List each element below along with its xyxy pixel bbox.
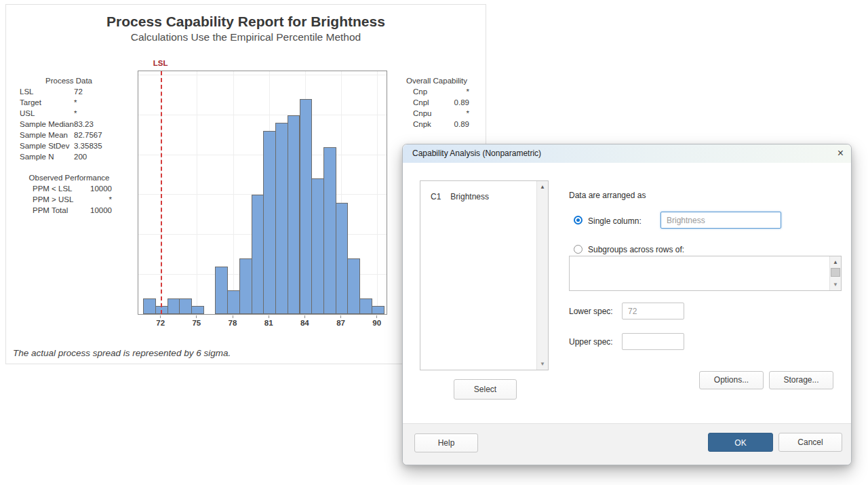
lower-spec-label: Lower spec: bbox=[569, 307, 613, 316]
stat-label: Sample Mean bbox=[20, 131, 68, 139]
overall-capability-title: Overall Capability bbox=[404, 75, 469, 86]
app-window: Process Capability Report for Brightness… bbox=[0, 0, 868, 485]
histogram-bar bbox=[143, 298, 156, 314]
stat-value: * bbox=[467, 86, 469, 97]
stat-row: Cnpk0.89 bbox=[404, 119, 469, 130]
stat-row: Cnpu* bbox=[404, 108, 469, 119]
process-data-panel: Process Data LSL72 Target* USL* Sample M… bbox=[20, 75, 118, 162]
stat-row: Target* bbox=[20, 97, 118, 108]
subgroups-label: Subgroups across rows of: bbox=[588, 245, 684, 254]
single-column-radio[interactable] bbox=[574, 216, 583, 225]
x-tick-mark bbox=[160, 315, 161, 318]
help-button[interactable]: Help bbox=[414, 433, 478, 452]
lower-spec-input[interactable] bbox=[622, 303, 684, 319]
observed-performance-title: Observed Performance bbox=[26, 172, 112, 183]
histogram-bar bbox=[227, 290, 240, 314]
ok-button[interactable]: OK bbox=[708, 433, 773, 452]
stat-row: PPM Total10000 bbox=[26, 205, 112, 216]
stat-label: Cnpl bbox=[413, 98, 429, 106]
storage-button[interactable]: Storage... bbox=[769, 371, 833, 389]
scrollbar-thumb[interactable] bbox=[831, 268, 840, 277]
report-title: Process Capability Report for Brightness bbox=[6, 14, 486, 30]
x-tick-mark bbox=[269, 315, 269, 318]
stat-label: Sample StDev bbox=[20, 142, 70, 150]
listbox-scrollbar[interactable]: ▲ ▼ bbox=[536, 181, 548, 370]
scroll-down-icon[interactable]: ▼ bbox=[830, 279, 841, 290]
stat-row: Cnp* bbox=[404, 86, 469, 97]
single-column-label: Single column: bbox=[588, 216, 642, 226]
stat-label: PPM > USL bbox=[33, 195, 73, 203]
stat-label: Cnpu bbox=[413, 109, 432, 117]
report-subtitle: Calculations Use the Empirical Percentil… bbox=[6, 31, 486, 43]
stat-row: Sample N200 bbox=[20, 151, 118, 162]
stat-row: USL* bbox=[20, 108, 118, 119]
upper-spec-label: Upper spec: bbox=[569, 337, 613, 347]
scroll-up-icon[interactable]: ▲ bbox=[537, 181, 548, 193]
histogram-bar bbox=[372, 306, 384, 314]
stat-row: Sample StDev3.35835 bbox=[20, 140, 118, 151]
close-icon[interactable]: × bbox=[837, 144, 844, 162]
cancel-button[interactable]: Cancel bbox=[778, 433, 842, 452]
x-tick-mark bbox=[196, 315, 197, 318]
x-axis-ticks: 72757881848790 bbox=[138, 315, 387, 330]
histogram-bar bbox=[167, 298, 180, 314]
histogram-bar bbox=[215, 267, 228, 314]
histogram-bar bbox=[359, 298, 372, 314]
grid-line-y bbox=[138, 75, 387, 75]
stat-label: Sample Median bbox=[20, 120, 74, 128]
capability-analysis-dialog: Capability Analysis (Nonparametric) × C1… bbox=[402, 144, 852, 465]
x-tick-label: 72 bbox=[151, 319, 170, 327]
stat-value: 200 bbox=[74, 151, 87, 162]
histogram-bar bbox=[311, 178, 324, 314]
lsl-line bbox=[161, 71, 162, 314]
histogram-bar bbox=[263, 131, 276, 314]
stat-value: 10000 bbox=[90, 205, 112, 216]
dialog-titlebar[interactable]: Capability Analysis (Nonparametric) × bbox=[403, 144, 851, 163]
x-tick-label: 75 bbox=[187, 319, 206, 327]
stat-label: Target bbox=[20, 98, 41, 106]
histogram-bar bbox=[239, 258, 252, 314]
column-listbox[interactable]: C1 Brightness ▲ ▼ bbox=[420, 180, 549, 370]
options-button[interactable]: Options... bbox=[699, 371, 764, 389]
x-tick-label: 78 bbox=[223, 319, 242, 327]
x-tick-mark bbox=[304, 315, 305, 318]
observed-performance-panel: Observed Performance PPM < LSL10000 PPM … bbox=[26, 172, 112, 216]
column-name: Brightness bbox=[450, 192, 489, 201]
x-tick-label: 84 bbox=[295, 319, 314, 327]
data-arranged-label: Data are arranged as bbox=[569, 191, 646, 200]
grid-line-x bbox=[233, 71, 234, 314]
list-item[interactable]: C1 Brightness bbox=[420, 181, 548, 201]
histogram-bar bbox=[252, 195, 264, 314]
scroll-up-icon[interactable]: ▲ bbox=[830, 256, 841, 268]
upper-spec-input[interactable] bbox=[622, 333, 684, 350]
stat-row: Cnpl0.89 bbox=[404, 97, 469, 108]
single-column-input[interactable] bbox=[660, 212, 781, 229]
stat-value: * bbox=[74, 97, 77, 108]
stat-value: * bbox=[109, 194, 112, 205]
scroll-down-icon[interactable]: ▼ bbox=[537, 358, 548, 370]
histogram-bar bbox=[191, 306, 204, 314]
stat-label: PPM Total bbox=[33, 206, 68, 214]
stat-label: Cnp bbox=[413, 88, 427, 96]
histogram-bar bbox=[300, 99, 313, 314]
dialog-footer: Help OK Cancel bbox=[403, 423, 851, 465]
stat-row: Sample Mean82.7567 bbox=[20, 130, 118, 140]
stat-row: PPM > USL* bbox=[26, 194, 112, 205]
stat-row: LSL72 bbox=[20, 86, 118, 97]
radio-dot bbox=[576, 218, 580, 222]
x-tick-label: 90 bbox=[368, 319, 387, 327]
histogram-bar bbox=[347, 258, 360, 314]
grid-line-y bbox=[138, 155, 387, 155]
subgroups-textarea[interactable]: ▲ ▼ bbox=[569, 256, 842, 291]
select-button[interactable]: Select bbox=[454, 379, 517, 400]
textarea-scrollbar[interactable]: ▲ ▼ bbox=[829, 256, 841, 290]
histogram-bar bbox=[179, 298, 192, 314]
x-tick-mark bbox=[340, 315, 341, 318]
stat-value: 82.7567 bbox=[74, 130, 102, 140]
stat-label: LSL bbox=[20, 88, 33, 96]
subgroups-radio[interactable] bbox=[574, 245, 583, 254]
histogram-bar bbox=[288, 115, 300, 314]
stat-label: PPM < LSL bbox=[33, 185, 73, 193]
report-footnote: The actual process spread is represented… bbox=[13, 348, 231, 358]
lsl-label: LSL bbox=[153, 59, 168, 67]
